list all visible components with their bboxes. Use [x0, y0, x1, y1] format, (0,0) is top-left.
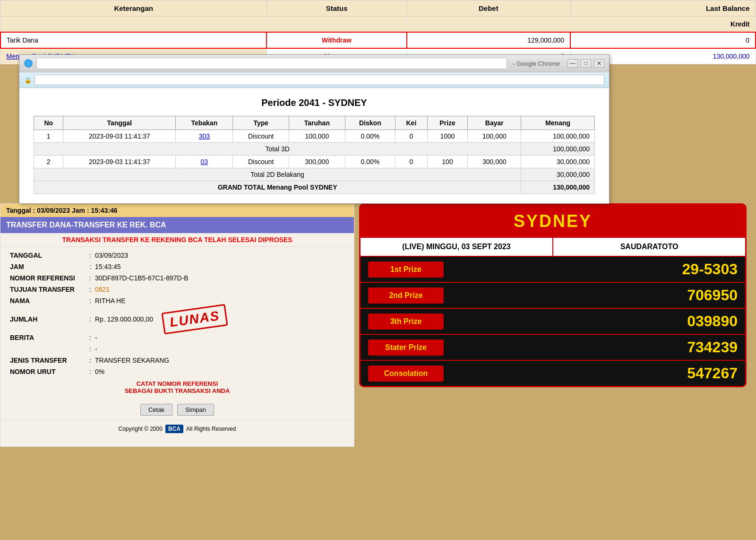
simpan-button[interactable]: Simpan [177, 404, 214, 416]
transfer-body: TANGGAL : 03/09/2023 JAM : 15:43:45 NOMO… [0, 247, 354, 399]
prize-row-1st: 1st Prize 29-5303 [361, 257, 745, 283]
sydney-source: SAUDARATOTO [553, 238, 745, 256]
col-taruhan: Taruhan [289, 116, 345, 130]
inner-table: No Tanggal Tebakan Type Taruhan Diskon K… [34, 116, 595, 194]
chrome-window: - Google Chrome — □ ✕ 🔒 Periode 2041 - S… [19, 54, 610, 204]
chrome-titlebar: - Google Chrome — □ ✕ [19, 55, 609, 72]
col-prize: Prize [427, 116, 468, 130]
sydney-title: SYDNEY [361, 205, 745, 238]
subtotal-row: Total 3D 100,000,000 [34, 143, 595, 156]
tebakan-link[interactable]: 303 [176, 130, 233, 143]
table-row: Tarik Dana Withdraw 129,000,000 0 [0, 32, 756, 48]
chrome-content: Periode 2041 - SYDNEY No Tanggal Tebakan… [19, 88, 609, 203]
transfer-subtitle: TRANSAKSI TRANSFER KE REKENING BCA TELAH… [0, 233, 354, 247]
sydney-date: (LIVE) MINGGU, 03 SEPT 2023 [361, 238, 553, 256]
col-keterangan: Keterangan [0, 0, 266, 17]
transfer-row-jenis: JENIS TRANSFER : TRANSFER SEKARANG [10, 357, 344, 364]
col-type: Type [233, 116, 289, 130]
prize-label-3rd: 3th Prize [368, 314, 444, 330]
transfer-row-jam: JAM : 15:43:45 [10, 263, 344, 270]
catat-note: CATAT NOMOR REFERENSI SEBAGAI BUKTI TRAN… [10, 380, 344, 394]
col-debet: Debet [407, 0, 570, 17]
transfer-row-tujuan: TUJUAN TRANSFER : 0821 [10, 286, 344, 293]
subtotal-row: Total 2D Belakang 30,000,000 [34, 168, 595, 181]
chrome-address-bar[interactable] [36, 58, 507, 69]
prize-row-2nd: 2nd Prize 706950 [361, 283, 745, 309]
chrome-addr-bar: 🔒 [19, 72, 609, 88]
transfer-row-jumlah: JUMLAH : Rp. 129.000.000,00 LUNAS [10, 308, 344, 330]
col-diskon: Diskon [345, 116, 395, 130]
cetak-button[interactable]: Cetak [140, 404, 172, 416]
minimize-button[interactable]: — [567, 59, 578, 68]
bca-logo: BCA [165, 425, 183, 433]
sydney-subtitle: (LIVE) MINGGU, 03 SEPT 2023 SAUDARATOTO [361, 238, 745, 257]
transfer-row-nama: NAMA : RITHA HE [10, 297, 344, 305]
transfer-row-empty: : - [10, 345, 344, 353]
kredit-cell: 0 [570, 32, 756, 48]
transfer-header: TRANSFER DANA-TRANSFER KE REK. BCA [0, 217, 354, 233]
status-cell: Withdraw [266, 32, 406, 48]
chrome-google-text: - Google Chrome [513, 60, 560, 67]
prize-label-1st: 1st Prize [368, 261, 444, 278]
prize-value-3rd: 039890 [451, 313, 738, 330]
period-title: Periode 2041 - SYDNEY [34, 97, 595, 108]
tebakan-link[interactable]: 03 [176, 156, 233, 168]
col-status: Status [266, 0, 406, 17]
prize-value-stater: 734239 [451, 339, 738, 356]
col-no: No [34, 116, 63, 130]
lunas-stamp: LUNAS [161, 304, 228, 335]
debet-cell: 129,000,000 [407, 32, 570, 48]
chrome-icon [24, 59, 33, 68]
col-tebakan: Tebakan [176, 116, 233, 130]
prize-label-2nd: 2nd Prize [368, 287, 444, 304]
prize-value-1st: 29-5303 [451, 261, 738, 278]
col-tanggal: Tanggal [63, 116, 176, 130]
cetak-simpan-bar: Cetak Simpan [0, 404, 354, 416]
copyright-bar: Copyright © 2000 BCA All Rights Reserved [0, 420, 354, 437]
transfer-row-tanggal: TANGGAL : 03/09/2023 [10, 252, 344, 259]
close-button[interactable]: ✕ [594, 59, 604, 68]
sydney-results-section: SYDNEY (LIVE) MINGGU, 03 SEPT 2023 SAUDA… [359, 203, 747, 387]
prize-label-consolation: Consolation [368, 366, 444, 382]
transfer-row-berita: BERITA : - [10, 334, 344, 341]
col-kredit: Last Balance [570, 0, 756, 17]
restore-button[interactable]: □ [581, 59, 591, 68]
prize-label-stater: Stater Prize [368, 340, 444, 356]
col-kei: Kei [395, 116, 427, 130]
top-table-subheader: Kredit [0, 17, 756, 33]
transfer-row-ref: NOMOR REFERENSI : 30DF897D-C1B5-67C1-897… [10, 274, 344, 282]
top-table-header-row: Keterangan Status Debet Last Balance [0, 0, 756, 17]
prize-row-stater: Stater Prize 734239 [361, 335, 745, 361]
inner-table-header: No Tanggal Tebakan Type Taruhan Diskon K… [34, 116, 595, 130]
table-row: 2 2023-09-03 11:41:37 03 Discount 300,00… [34, 156, 595, 168]
keterangan-cell: Tarik Dana [0, 32, 266, 48]
chrome-window-controls: — □ ✕ [567, 59, 604, 68]
transfer-row-nomor-urut: NOMOR URUT : 0% [10, 368, 344, 375]
prize-row-consolation: Consolation 547267 [361, 361, 745, 386]
col-bayar: Bayar [468, 116, 521, 130]
col-menang: Menang [521, 116, 595, 130]
lock-icon: 🔒 [24, 77, 32, 84]
date-bar: Tanggal : 03/09/2023 Jam : 15:43:46 [0, 204, 354, 217]
table-row: 1 2023-09-03 11:41:37 303 Discount 100,0… [34, 130, 595, 143]
url-input[interactable] [34, 75, 604, 85]
grand-total-row: GRAND TOTAL Menang Pool SYDNEY 130,000,0… [34, 181, 595, 194]
prize-value-consolation: 547267 [451, 365, 738, 382]
prize-value-2nd: 706950 [451, 287, 738, 304]
prize-row-3rd: 3th Prize 039890 [361, 309, 745, 335]
bank-transfer-section: Tanggal : 03/09/2023 Jam : 15:43:46 TRAN… [0, 203, 354, 447]
